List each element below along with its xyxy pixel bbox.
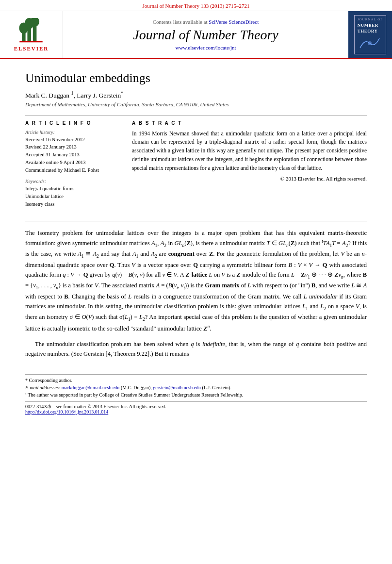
footer-doi[interactable]: http://dx.doi.org/10.1016/j.jnt.2013.01.…: [25, 409, 166, 415]
elsevier-tree-icon: [16, 18, 46, 45]
article-history: Article history: Received 16 November 20…: [25, 130, 114, 174]
footnote-1: ¹ The author was supported in part by Co…: [25, 392, 367, 398]
keyword-2: Unimodular lattice: [25, 193, 114, 200]
footer-emails: E-mail addresses: markduggan@umail.ucsb.…: [25, 385, 367, 390]
journal-citation: Journal of Number Theory 133 (2013) 2715…: [0, 3, 392, 9]
contents-available: Contents lists available at SciVerse Sci…: [153, 19, 259, 25]
elsevier-logo: ELSEVIER: [14, 18, 49, 51]
jnt-logo: JOURNAL OF NUMBER THEORY: [354, 15, 386, 54]
abstract-label: A B S T R A C T: [132, 120, 367, 126]
keyword-1: Integral quadratic forms: [25, 185, 114, 193]
elsevier-wordmark: ELSEVIER: [14, 46, 49, 51]
article-info-label: A R T I C L E I N F O: [25, 120, 114, 126]
svg-point-7: [368, 41, 372, 45]
journal-url[interactable]: www.elsevier.com/locate/jnt: [175, 45, 236, 50]
sciverse-link[interactable]: SciVerse ScienceDirect: [209, 19, 259, 25]
keywords-label: Keywords:: [25, 179, 114, 184]
keyword-3: Isometry class: [25, 200, 114, 208]
received-date: Received 16 November 2012: [25, 136, 114, 144]
keywords-section: Keywords: Integral quadratic forms Unimo…: [25, 179, 114, 208]
authors-line: Mark C. Duggan 1, Larry J. Gerstein*: [25, 90, 367, 100]
accepted-date: Accepted 31 January 2013: [25, 151, 114, 159]
footer-issn-doi: 0022-314X/$ – see front matter © 2013 El…: [25, 404, 166, 415]
paper-title: Unimodular embeddings: [25, 71, 367, 85]
journal-title: Journal of Number Theory: [133, 27, 278, 43]
svg-rect-6: [20, 41, 43, 42]
abstract-text: In 1994 Morris Newman showed that a unim…: [132, 130, 367, 173]
svg-rect-2: [33, 25, 37, 42]
history-label: Article history:: [25, 130, 114, 135]
info-abstract-section: A R T I C L E I N F O Article history: R…: [25, 115, 367, 213]
article-info-col: A R T I C L E I N F O Article history: R…: [25, 120, 122, 213]
footer-star-note: * Corresponding author.: [25, 378, 367, 383]
body-paragraph-1: The isometry problem for unimodular latt…: [25, 228, 367, 333]
abstract-col: A B S T R A C T In 1994 Morris Newman sh…: [132, 120, 367, 213]
footer-issn: 0022-314X/$ – see front matter © 2013 El…: [25, 404, 166, 409]
available-date: Available online 9 April 2013: [25, 159, 114, 166]
copyright-line: © 2013 Elsevier Inc. All rights reserved…: [132, 176, 367, 182]
section-divider: [25, 221, 367, 221]
jnt-decorative-icon: [358, 36, 382, 50]
gerstein-email-link[interactable]: gerstein@math.ucsb.edu: [153, 385, 202, 390]
footer: * Corresponding author. E-mail addresses…: [25, 374, 367, 415]
journal-header: Journal of Number Theory 133 (2013) 2715…: [0, 0, 392, 59]
elsevier-logo-area: ELSEVIER: [0, 11, 63, 58]
main-content: Unimodular embeddings Mark C. Duggan 1, …: [0, 59, 392, 374]
duggan-email-link[interactable]: markduggan@umail.ucsb.edu: [62, 385, 121, 390]
footer-bottom: 0022-314X/$ – see front matter © 2013 El…: [25, 401, 367, 415]
body-paragraph-2: The unimodular classification problem ha…: [25, 339, 367, 359]
jnt-logo-box: JOURNAL OF NUMBER THEORY: [348, 11, 392, 58]
revised-date: Revised 22 January 2013: [25, 143, 114, 151]
journal-banner: ELSEVIER Contents lists available at Sci…: [0, 11, 392, 58]
communicated-by: Communicated by Michael E. Pohst: [25, 166, 114, 174]
journal-title-area: Contents lists available at SciVerse Sci…: [63, 11, 348, 58]
affiliation: Department of Mathematics, University of…: [25, 101, 367, 107]
